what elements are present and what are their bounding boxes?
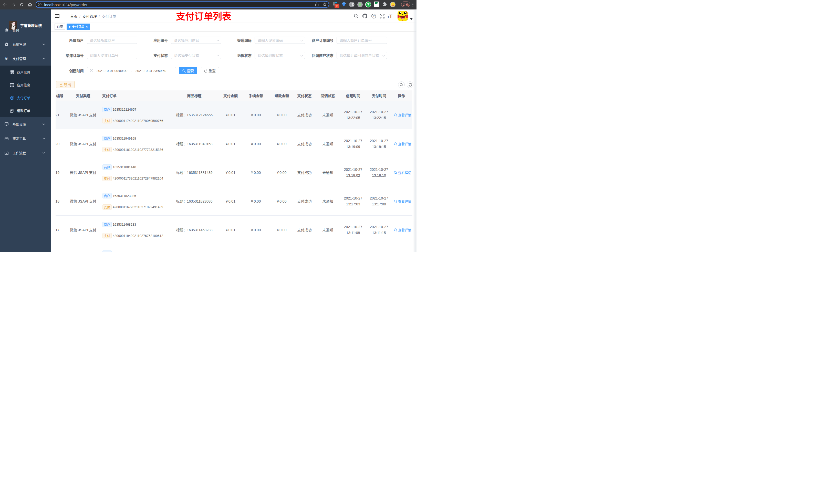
svg-text:?: ? <box>373 15 375 18</box>
svg-text:¥: ¥ <box>11 97 13 99</box>
